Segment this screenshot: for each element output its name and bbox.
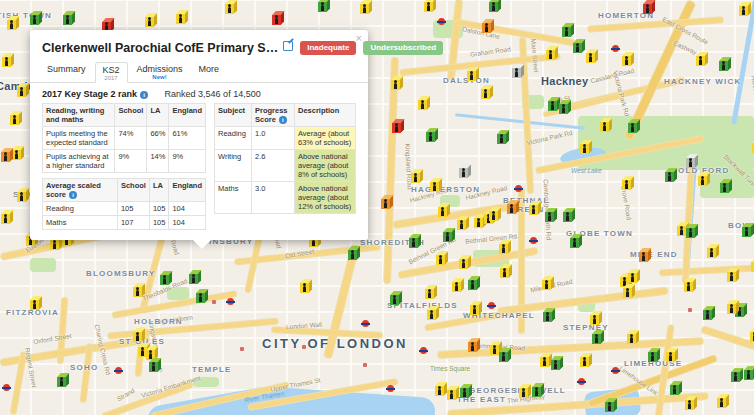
school-marker-yellow[interactable] — [10, 115, 19, 125]
school-marker-yellow[interactable] — [145, 17, 154, 27]
school-marker-yellow[interactable] — [519, 388, 528, 398]
school-marker-yellow[interactable] — [452, 282, 461, 292]
school-marker-yellow[interactable] — [391, 80, 400, 90]
school-marker-red[interactable] — [643, 4, 652, 14]
school-marker-yellow[interactable] — [425, 289, 434, 299]
school-marker-yellow[interactable] — [707, 248, 716, 258]
school-marker-green[interactable] — [149, 362, 158, 372]
school-marker-green[interactable] — [628, 123, 637, 133]
school-marker-yellow[interactable] — [447, 390, 456, 400]
tab-more[interactable]: More — [192, 62, 227, 83]
school-marker-green[interactable] — [570, 238, 579, 248]
school-marker-yellow[interactable] — [360, 4, 369, 14]
school-marker-green[interactable] — [559, 104, 568, 114]
school-marker-green[interactable] — [497, 134, 506, 144]
school-marker-yellow[interactable] — [225, 4, 234, 14]
school-marker-yellow[interactable] — [499, 244, 508, 254]
school-marker-orange[interactable] — [468, 342, 477, 352]
school-marker-green[interactable] — [348, 250, 357, 260]
school-marker-yellow[interactable] — [622, 180, 631, 190]
school-marker-yellow[interactable] — [459, 259, 468, 269]
school-marker-yellow[interactable] — [627, 334, 636, 344]
school-marker-green[interactable] — [196, 293, 205, 303]
school-marker-yellow[interactable] — [17, 192, 26, 202]
school-marker-yellow[interactable] — [427, 310, 436, 320]
school-marker-yellow[interactable] — [435, 386, 444, 396]
school-marker-green[interactable] — [703, 310, 712, 320]
school-marker-gray[interactable] — [686, 158, 695, 168]
school-marker-yellow[interactable] — [2, 57, 11, 67]
school-marker-yellow[interactable] — [411, 173, 420, 183]
school-marker-yellow[interactable] — [739, 6, 748, 16]
school-marker-green[interactable] — [499, 352, 508, 362]
tab-admissions[interactable]: AdmissionsNew! — [130, 62, 190, 83]
school-marker-yellow[interactable] — [470, 305, 479, 315]
school-marker-yellow[interactable] — [717, 398, 726, 408]
school-marker-yellow[interactable] — [133, 287, 142, 297]
school-marker-green[interactable] — [489, 2, 498, 12]
school-marker-orange[interactable] — [381, 199, 390, 209]
school-marker-orange[interactable] — [639, 252, 648, 262]
school-marker-yellow[interactable] — [727, 272, 736, 282]
school-marker-green[interactable] — [543, 312, 552, 322]
school-marker-yellow[interactable] — [467, 71, 476, 81]
school-marker-yellow[interactable] — [623, 288, 632, 298]
school-marker-green[interactable] — [731, 372, 740, 382]
school-marker-yellow[interactable] — [684, 282, 693, 292]
school-marker-green[interactable] — [189, 274, 198, 284]
school-marker-gray[interactable] — [512, 68, 521, 78]
close-icon[interactable]: × — [356, 33, 362, 43]
school-marker-green[interactable] — [665, 172, 674, 182]
school-marker-green[interactable] — [532, 387, 541, 397]
school-marker-yellow[interactable] — [430, 182, 439, 192]
school-marker-green[interactable] — [63, 15, 72, 25]
school-marker-yellow[interactable] — [546, 50, 555, 60]
school-marker-yellow[interactable] — [474, 218, 483, 228]
school-marker-green[interactable] — [443, 232, 452, 242]
school-marker-green[interactable] — [551, 360, 560, 370]
school-marker-yellow[interactable] — [436, 255, 445, 265]
school-marker-orange[interactable] — [507, 204, 516, 214]
school-marker-green[interactable] — [57, 377, 66, 387]
school-marker-green[interactable] — [562, 27, 571, 37]
school-marker-yellow[interactable] — [750, 332, 754, 342]
school-marker-yellow[interactable] — [677, 226, 686, 236]
school-marker-yellow[interactable] — [628, 273, 637, 283]
school-marker-green[interactable] — [390, 295, 399, 305]
school-marker-orange[interactable] — [482, 23, 491, 33]
school-marker-yellow[interactable] — [727, 304, 736, 314]
school-marker-green[interactable] — [719, 61, 728, 71]
school-marker-yellow[interactable] — [300, 283, 309, 293]
school-marker-yellow[interactable] — [580, 144, 589, 154]
external-link-icon[interactable] — [283, 41, 293, 51]
school-marker-yellow[interactable] — [685, 400, 694, 410]
school-marker-yellow[interactable] — [586, 53, 595, 63]
school-marker-yellow[interactable] — [1, 214, 10, 224]
school-marker-yellow[interactable] — [133, 332, 142, 342]
school-marker-orange[interactable] — [1, 152, 10, 162]
school-marker-green[interactable] — [648, 352, 657, 362]
school-marker-yellow[interactable] — [418, 100, 427, 110]
tab-summary[interactable]: Summary — [40, 62, 93, 83]
school-marker-green[interactable] — [720, 183, 729, 193]
school-marker-yellow[interactable] — [457, 220, 466, 230]
school-marker-yellow[interactable] — [12, 150, 21, 160]
school-marker-yellow[interactable] — [580, 357, 589, 367]
school-marker-yellow[interactable] — [529, 205, 538, 215]
school-marker-green[interactable] — [545, 212, 554, 222]
school-marker-yellow[interactable] — [542, 280, 551, 290]
school-marker-green[interactable] — [742, 227, 751, 237]
info-icon[interactable]: i — [140, 91, 148, 99]
map-canvas[interactable]: × Clerkenwell Parochial CofE Primary S…I… — [0, 0, 754, 415]
school-marker-red[interactable] — [272, 15, 281, 25]
school-marker-green[interactable] — [573, 43, 582, 53]
school-marker-yellow[interactable] — [489, 211, 498, 221]
school-marker-green[interactable] — [160, 275, 169, 285]
school-marker-yellow[interactable] — [696, 56, 705, 66]
school-marker-yellow[interactable] — [666, 352, 675, 362]
school-marker-yellow[interactable] — [490, 345, 499, 355]
school-marker-green[interactable] — [592, 334, 601, 344]
school-marker-green[interactable] — [426, 132, 435, 142]
school-marker-green[interactable] — [686, 228, 695, 238]
school-marker-green[interactable] — [30, 15, 39, 25]
